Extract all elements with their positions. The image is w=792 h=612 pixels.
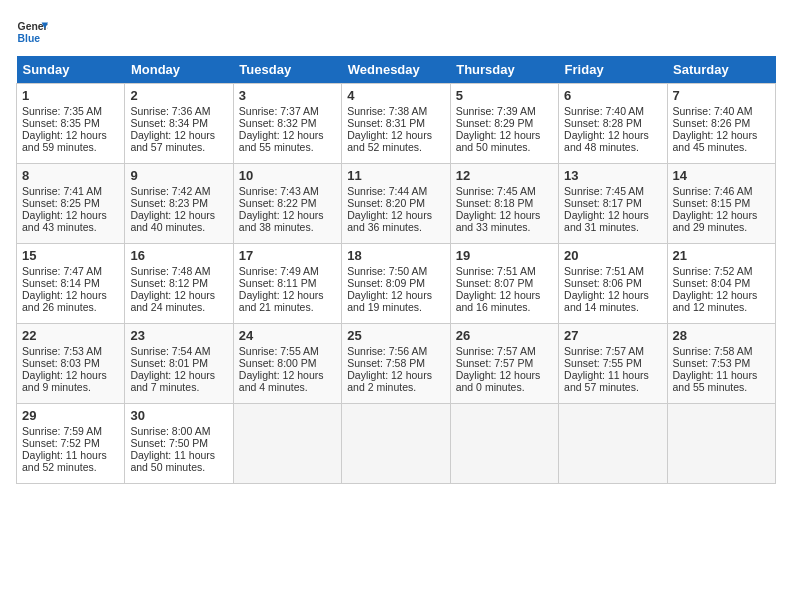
calendar-table: SundayMondayTuesdayWednesdayThursdayFrid… <box>16 56 776 484</box>
daylight-label: Daylight: 11 hours and 50 minutes. <box>130 449 215 473</box>
sunset-label: Sunset: 8:17 PM <box>564 197 642 209</box>
daylight-label: Daylight: 12 hours and 29 minutes. <box>673 209 758 233</box>
calendar-cell <box>450 404 558 484</box>
daylight-label: Daylight: 12 hours and 43 minutes. <box>22 209 107 233</box>
sunrise-label: Sunrise: 7:55 AM <box>239 345 319 357</box>
calendar-cell <box>233 404 341 484</box>
calendar-cell: 20 Sunrise: 7:51 AM Sunset: 8:06 PM Dayl… <box>559 244 667 324</box>
sunset-label: Sunset: 8:31 PM <box>347 117 425 129</box>
day-number: 25 <box>347 328 444 343</box>
daylight-label: Daylight: 12 hours and 9 minutes. <box>22 369 107 393</box>
sunset-label: Sunset: 7:58 PM <box>347 357 425 369</box>
sunrise-label: Sunrise: 7:57 AM <box>456 345 536 357</box>
day-number: 2 <box>130 88 227 103</box>
sunrise-label: Sunrise: 7:40 AM <box>564 105 644 117</box>
day-number: 11 <box>347 168 444 183</box>
sunset-label: Sunset: 8:11 PM <box>239 277 317 289</box>
daylight-label: Daylight: 12 hours and 4 minutes. <box>239 369 324 393</box>
sunrise-label: Sunrise: 7:36 AM <box>130 105 210 117</box>
day-number: 17 <box>239 248 336 263</box>
sunset-label: Sunset: 8:32 PM <box>239 117 317 129</box>
sunrise-label: Sunrise: 7:51 AM <box>564 265 644 277</box>
day-number: 23 <box>130 328 227 343</box>
day-number: 18 <box>347 248 444 263</box>
day-number: 1 <box>22 88 119 103</box>
sunset-label: Sunset: 7:57 PM <box>456 357 534 369</box>
day-number: 3 <box>239 88 336 103</box>
sunrise-label: Sunrise: 7:43 AM <box>239 185 319 197</box>
daylight-label: Daylight: 12 hours and 55 minutes. <box>239 129 324 153</box>
calendar-cell: 28 Sunrise: 7:58 AM Sunset: 7:53 PM Dayl… <box>667 324 775 404</box>
day-number: 28 <box>673 328 770 343</box>
calendar-cell: 6 Sunrise: 7:40 AM Sunset: 8:28 PM Dayli… <box>559 84 667 164</box>
sunrise-label: Sunrise: 7:38 AM <box>347 105 427 117</box>
day-number: 21 <box>673 248 770 263</box>
daylight-label: Daylight: 12 hours and 2 minutes. <box>347 369 432 393</box>
calendar-cell: 13 Sunrise: 7:45 AM Sunset: 8:17 PM Dayl… <box>559 164 667 244</box>
sunrise-label: Sunrise: 7:35 AM <box>22 105 102 117</box>
daylight-label: Daylight: 12 hours and 26 minutes. <box>22 289 107 313</box>
day-number: 15 <box>22 248 119 263</box>
sunset-label: Sunset: 8:20 PM <box>347 197 425 209</box>
day-number: 22 <box>22 328 119 343</box>
weekday-header: Thursday <box>450 56 558 84</box>
calendar-cell: 30 Sunrise: 8:00 AM Sunset: 7:50 PM Dayl… <box>125 404 233 484</box>
calendar-cell: 10 Sunrise: 7:43 AM Sunset: 8:22 PM Dayl… <box>233 164 341 244</box>
calendar-cell: 15 Sunrise: 7:47 AM Sunset: 8:14 PM Dayl… <box>17 244 125 324</box>
sunrise-label: Sunrise: 7:58 AM <box>673 345 753 357</box>
sunset-label: Sunset: 8:26 PM <box>673 117 751 129</box>
day-number: 29 <box>22 408 119 423</box>
sunset-label: Sunset: 8:14 PM <box>22 277 100 289</box>
daylight-label: Daylight: 12 hours and 24 minutes. <box>130 289 215 313</box>
sunset-label: Sunset: 8:09 PM <box>347 277 425 289</box>
sunrise-label: Sunrise: 7:37 AM <box>239 105 319 117</box>
daylight-label: Daylight: 12 hours and 50 minutes. <box>456 129 541 153</box>
sunrise-label: Sunrise: 7:50 AM <box>347 265 427 277</box>
calendar-cell <box>559 404 667 484</box>
sunrise-label: Sunrise: 7:59 AM <box>22 425 102 437</box>
day-number: 13 <box>564 168 661 183</box>
daylight-label: Daylight: 12 hours and 33 minutes. <box>456 209 541 233</box>
sunset-label: Sunset: 7:53 PM <box>673 357 751 369</box>
day-number: 26 <box>456 328 553 343</box>
day-number: 14 <box>673 168 770 183</box>
day-number: 6 <box>564 88 661 103</box>
daylight-label: Daylight: 12 hours and 19 minutes. <box>347 289 432 313</box>
weekday-header: Monday <box>125 56 233 84</box>
page-header: General Blue <box>16 16 776 48</box>
sunrise-label: Sunrise: 7:45 AM <box>456 185 536 197</box>
daylight-label: Daylight: 12 hours and 59 minutes. <box>22 129 107 153</box>
logo: General Blue <box>16 16 48 48</box>
calendar-cell: 27 Sunrise: 7:57 AM Sunset: 7:55 PM Dayl… <box>559 324 667 404</box>
sunset-label: Sunset: 8:25 PM <box>22 197 100 209</box>
daylight-label: Daylight: 12 hours and 48 minutes. <box>564 129 649 153</box>
daylight-label: Daylight: 12 hours and 45 minutes. <box>673 129 758 153</box>
day-number: 20 <box>564 248 661 263</box>
calendar-cell: 21 Sunrise: 7:52 AM Sunset: 8:04 PM Dayl… <box>667 244 775 324</box>
day-number: 27 <box>564 328 661 343</box>
daylight-label: Daylight: 12 hours and 16 minutes. <box>456 289 541 313</box>
sunset-label: Sunset: 8:22 PM <box>239 197 317 209</box>
sunrise-label: Sunrise: 7:41 AM <box>22 185 102 197</box>
sunset-label: Sunset: 8:34 PM <box>130 117 208 129</box>
calendar-cell: 23 Sunrise: 7:54 AM Sunset: 8:01 PM Dayl… <box>125 324 233 404</box>
calendar-cell: 5 Sunrise: 7:39 AM Sunset: 8:29 PM Dayli… <box>450 84 558 164</box>
daylight-label: Daylight: 12 hours and 14 minutes. <box>564 289 649 313</box>
day-number: 8 <box>22 168 119 183</box>
sunrise-label: Sunrise: 7:56 AM <box>347 345 427 357</box>
daylight-label: Daylight: 12 hours and 52 minutes. <box>347 129 432 153</box>
calendar-cell: 14 Sunrise: 7:46 AM Sunset: 8:15 PM Dayl… <box>667 164 775 244</box>
sunset-label: Sunset: 8:15 PM <box>673 197 751 209</box>
sunset-label: Sunset: 8:18 PM <box>456 197 534 209</box>
calendar-cell: 8 Sunrise: 7:41 AM Sunset: 8:25 PM Dayli… <box>17 164 125 244</box>
sunrise-label: Sunrise: 7:44 AM <box>347 185 427 197</box>
sunrise-label: Sunrise: 7:57 AM <box>564 345 644 357</box>
sunset-label: Sunset: 7:55 PM <box>564 357 642 369</box>
sunrise-label: Sunrise: 7:39 AM <box>456 105 536 117</box>
sunset-label: Sunset: 8:35 PM <box>22 117 100 129</box>
sunset-label: Sunset: 8:29 PM <box>456 117 534 129</box>
calendar-cell: 4 Sunrise: 7:38 AM Sunset: 8:31 PM Dayli… <box>342 84 450 164</box>
calendar-cell: 7 Sunrise: 7:40 AM Sunset: 8:26 PM Dayli… <box>667 84 775 164</box>
sunset-label: Sunset: 8:06 PM <box>564 277 642 289</box>
daylight-label: Daylight: 12 hours and 12 minutes. <box>673 289 758 313</box>
